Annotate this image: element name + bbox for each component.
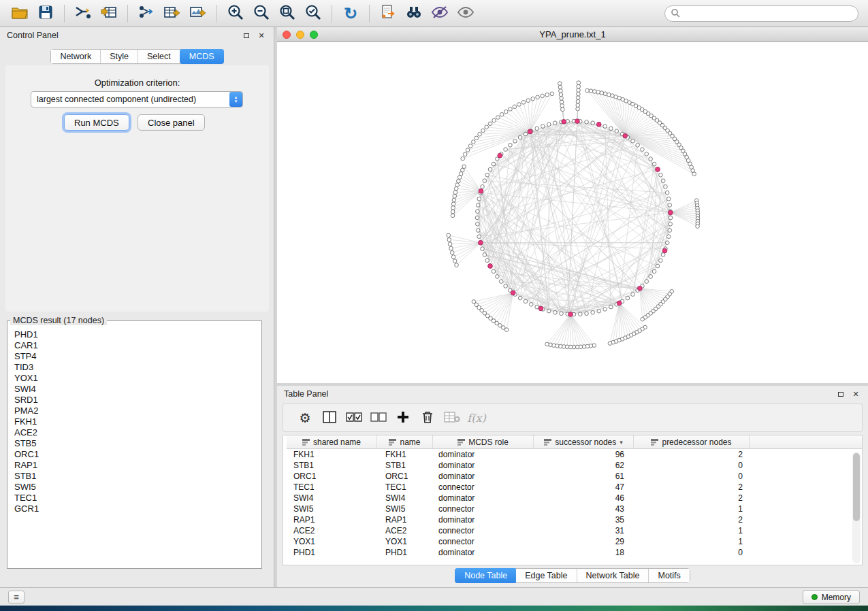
zoom-in-button[interactable]	[223, 3, 248, 24]
ring-node[interactable]	[668, 203, 672, 208]
hub-node[interactable]	[498, 153, 502, 158]
ring-node[interactable]	[477, 235, 481, 239]
fan-node[interactable]	[485, 125, 489, 129]
fan-node[interactable]	[454, 186, 458, 191]
fan-node[interactable]	[500, 112, 504, 116]
mcds-result-item[interactable]: ACE2	[14, 427, 255, 438]
zoom-fit-button[interactable]	[274, 3, 300, 24]
run-mcds-button[interactable]: Run MCDS	[64, 114, 129, 131]
ring-node[interactable]	[609, 127, 613, 131]
fan-node[interactable]	[576, 107, 580, 111]
table-cell[interactable]: 1	[634, 504, 750, 514]
table-cell[interactable]: SWI5	[377, 504, 433, 514]
fan-node[interactable]	[457, 179, 461, 183]
fan-node[interactable]	[462, 165, 466, 169]
fan-node[interactable]	[463, 152, 467, 156]
hub-node[interactable]	[528, 129, 532, 134]
tab-network-table[interactable]: Network Table	[577, 569, 649, 582]
search-input[interactable]	[684, 9, 852, 18]
mcds-result-item[interactable]: ORC1	[14, 449, 255, 460]
ring-node[interactable]	[668, 229, 672, 233]
ring-node[interactable]	[496, 275, 500, 279]
mcds-result-item[interactable]: PHD1	[14, 329, 255, 340]
fan-node[interactable]	[478, 132, 482, 136]
ring-node[interactable]	[492, 269, 496, 274]
table-cell[interactable]: 1	[634, 526, 750, 535]
mcds-result-item[interactable]: CAR1	[14, 340, 255, 351]
table-cell[interactable]: 2	[634, 450, 750, 459]
table-cell[interactable]: STB1	[287, 461, 377, 470]
table-cell[interactable]: dominator	[433, 515, 534, 525]
table-cell[interactable]: YOX1	[377, 537, 433, 546]
column-header-name[interactable]: name	[377, 435, 433, 448]
ring-node[interactable]	[649, 157, 653, 161]
fan-node[interactable]	[488, 122, 492, 126]
table-cell[interactable]: dominator	[433, 548, 534, 557]
table-cell[interactable]: 2	[634, 493, 750, 503]
table-cell[interactable]: 46	[534, 493, 634, 503]
fan-node[interactable]	[641, 317, 645, 321]
status-menu-button[interactable]: ≡	[8, 591, 25, 604]
mcds-result-item[interactable]: FKH1	[14, 416, 255, 427]
find-button[interactable]	[401, 3, 427, 24]
fan-node[interactable]	[577, 81, 581, 85]
ring-node[interactable]	[483, 253, 487, 257]
ring-node[interactable]	[603, 308, 607, 312]
hub-node[interactable]	[539, 306, 543, 311]
hub-node[interactable]	[568, 312, 573, 317]
close-table-panel-icon[interactable]: ✕	[850, 389, 861, 399]
ring-node[interactable]	[481, 185, 485, 189]
ring-node[interactable]	[518, 296, 522, 300]
fan-node[interactable]	[577, 88, 581, 93]
hub-node[interactable]	[623, 133, 628, 138]
fan-node[interactable]	[531, 97, 535, 101]
hub-node[interactable]	[637, 286, 642, 291]
column-header-successor-nodes[interactable]: successor nodes ▾	[534, 435, 634, 448]
fan-node[interactable]	[509, 108, 513, 112]
ring-node[interactable]	[553, 310, 557, 314]
table-cell[interactable]: ACE2	[377, 526, 433, 535]
fan-node[interactable]	[576, 96, 580, 100]
table-cell[interactable]: SWI4	[377, 493, 433, 503]
ring-node[interactable]	[591, 121, 595, 125]
ring-node[interactable]	[603, 125, 607, 129]
delete-column-button[interactable]	[415, 406, 440, 429]
ring-node[interactable]	[631, 293, 635, 297]
ring-node[interactable]	[649, 275, 653, 279]
ring-node[interactable]	[664, 185, 668, 189]
fan-node[interactable]	[447, 233, 451, 237]
delete-table-button[interactable]	[440, 406, 464, 429]
fan-node[interactable]	[536, 95, 540, 99]
ring-node[interactable]	[560, 312, 564, 316]
fan-node[interactable]	[593, 90, 597, 94]
export-network-button[interactable]	[133, 3, 159, 24]
table-cell[interactable]: 31	[534, 526, 634, 535]
table-cell[interactable]: TEC1	[287, 482, 377, 492]
table-cell[interactable]: 35	[534, 515, 634, 525]
fan-node[interactable]	[453, 195, 457, 199]
ring-node[interactable]	[636, 143, 640, 147]
ring-node[interactable]	[492, 162, 496, 166]
fan-node[interactable]	[496, 116, 500, 120]
export-table-button[interactable]	[159, 3, 185, 24]
mcds-result-item[interactable]: SRD1	[14, 395, 255, 406]
fan-node[interactable]	[481, 129, 485, 133]
fan-node[interactable]	[492, 118, 496, 122]
ring-node[interactable]	[475, 216, 479, 220]
table-row[interactable]: TEC1TEC1connector472	[287, 482, 862, 493]
table-cell[interactable]: 62	[534, 461, 634, 470]
ring-node[interactable]	[485, 259, 489, 263]
import-network-button[interactable]	[70, 3, 96, 24]
hub-node[interactable]	[668, 210, 673, 215]
ring-node[interactable]	[585, 312, 589, 316]
fan-node[interactable]	[513, 105, 517, 109]
ring-node[interactable]	[535, 305, 539, 309]
mcds-result-item[interactable]: GCR1	[14, 503, 255, 514]
table-cell[interactable]: 43	[534, 504, 634, 514]
ring-node[interactable]	[665, 241, 669, 245]
fan-node[interactable]	[576, 99, 580, 103]
fan-node[interactable]	[450, 250, 454, 254]
close-panel-icon[interactable]: ✕	[256, 30, 267, 41]
fan-node[interactable]	[576, 103, 580, 108]
apply-function-button[interactable]: f(x)	[464, 406, 489, 429]
